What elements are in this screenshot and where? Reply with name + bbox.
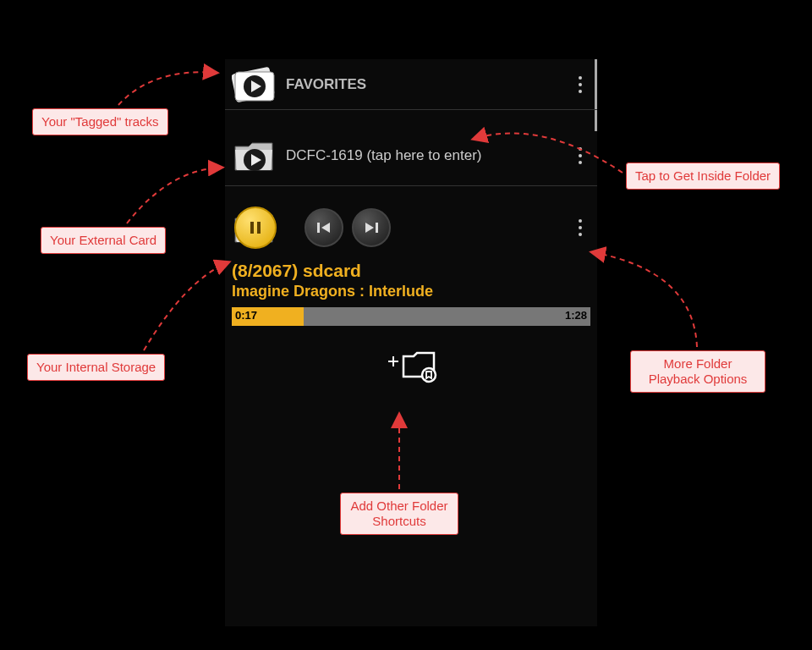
svg-point-14 xyxy=(422,368,436,382)
folder-icon xyxy=(232,135,277,177)
prev-track-button[interactable] xyxy=(304,208,343,247)
folder-menu-button[interactable] xyxy=(570,139,590,173)
folder-label: DCFC-1619 (tap here to enter) xyxy=(286,147,570,164)
next-track-button[interactable] xyxy=(352,208,391,247)
track-title: Imagine Dragons : Interlude xyxy=(232,283,590,300)
player-row xyxy=(225,200,597,256)
folder-row[interactable]: DCFC-1619 (tap here to enter) xyxy=(225,125,597,186)
favorites-label: FAVORITES xyxy=(286,76,570,93)
player-menu-button[interactable] xyxy=(570,211,590,245)
track-counter: (8/2067) sdcard xyxy=(232,261,590,281)
callout-more: More Folder Playback Options xyxy=(630,350,765,393)
svg-rect-8 xyxy=(317,223,320,233)
favorites-menu-button[interactable] xyxy=(570,68,590,102)
time-total: 1:28 xyxy=(565,309,587,322)
svg-rect-10 xyxy=(376,223,378,233)
track-info: (8/2067) sdcard Imagine Dragons : Interl… xyxy=(225,256,597,302)
callout-add: Add Other Folder Shortcuts xyxy=(340,493,458,535)
callout-tagged: Your "Tagged" tracks xyxy=(32,108,168,135)
add-folder-button[interactable] xyxy=(225,344,597,390)
progress-bar[interactable]: 0:17 1:28 xyxy=(232,307,590,326)
svg-marker-11 xyxy=(365,223,374,233)
favorites-icon xyxy=(232,63,277,106)
callout-external: Your External Card xyxy=(41,227,166,254)
svg-rect-6 xyxy=(250,222,254,234)
svg-rect-7 xyxy=(257,222,261,234)
svg-marker-9 xyxy=(321,223,330,233)
callout-internal: Your Internal Storage xyxy=(27,354,165,381)
time-elapsed: 0:17 xyxy=(235,309,257,322)
favorites-row[interactable]: FAVORITES xyxy=(225,59,597,110)
player-folder-icon xyxy=(232,207,277,249)
callout-inside: Tap to Get Inside Folder xyxy=(626,162,780,190)
pause-button[interactable] xyxy=(234,207,277,249)
phone-screen: FAVORITES DCFC-1619 (tap here to enter) xyxy=(225,59,597,626)
